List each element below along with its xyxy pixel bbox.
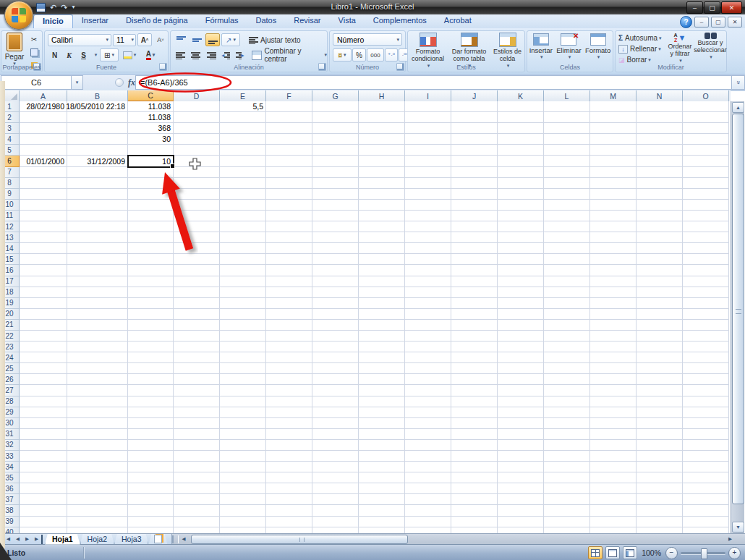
cell-G37[interactable] <box>312 494 359 505</box>
cell-J17[interactable] <box>451 276 498 287</box>
cell-A7[interactable] <box>20 167 67 178</box>
cell-A37[interactable] <box>20 494 67 505</box>
cell-E5[interactable] <box>220 145 266 156</box>
cell-H35[interactable] <box>359 472 405 483</box>
cell-E10[interactable] <box>220 200 266 211</box>
cell-M13[interactable] <box>590 232 637 243</box>
cell-F12[interactable] <box>266 221 312 232</box>
cell-I39[interactable] <box>405 517 451 527</box>
cell-F30[interactable] <box>266 418 312 429</box>
increase-decimal-button[interactable]: ⁺·⁰ <box>385 48 398 61</box>
cell-D40[interactable] <box>174 527 220 533</box>
cell-A2[interactable] <box>20 112 67 123</box>
cell-C3[interactable]: 368 <box>128 123 174 134</box>
insert-cells-button[interactable]: Insertar ▾ <box>529 33 553 59</box>
cell-M5[interactable] <box>590 145 637 156</box>
cell-J38[interactable] <box>451 505 498 516</box>
cell-B1[interactable]: 18/05/2010 22:18 <box>67 101 128 112</box>
cell-F32[interactable] <box>266 440 312 451</box>
cell-G36[interactable] <box>312 483 359 494</box>
cell-I1[interactable] <box>405 101 451 112</box>
cell-N20[interactable] <box>637 309 683 320</box>
cell-J26[interactable] <box>451 374 498 385</box>
column-header-K[interactable]: K <box>498 90 544 101</box>
cell-N19[interactable] <box>637 298 683 309</box>
cell-F34[interactable] <box>266 462 312 472</box>
cell-L35[interactable] <box>544 472 590 483</box>
cell-D2[interactable] <box>174 112 220 123</box>
cell-L12[interactable] <box>544 221 590 232</box>
cell-A39[interactable] <box>20 517 67 527</box>
cell-C35[interactable] <box>128 472 174 483</box>
cell-L39[interactable] <box>544 517 590 527</box>
ribbon-tab-revisar[interactable]: Revisar <box>285 14 329 28</box>
cell-J2[interactable] <box>451 112 498 123</box>
cell-K19[interactable] <box>498 298 544 309</box>
cell-I27[interactable] <box>405 385 451 396</box>
cell-K2[interactable] <box>498 112 544 123</box>
cell-G7[interactable] <box>312 167 359 178</box>
cell-I26[interactable] <box>405 374 451 385</box>
cell-O24[interactable] <box>683 352 729 363</box>
cell-M26[interactable] <box>590 374 637 385</box>
cell-I25[interactable] <box>405 363 451 374</box>
cell-B39[interactable] <box>67 517 128 527</box>
cell-H33[interactable] <box>359 451 405 462</box>
ribbon-tab-datos[interactable]: Datos <box>247 14 286 28</box>
cell-D30[interactable] <box>174 418 220 429</box>
cell-E27[interactable] <box>220 385 266 396</box>
cell-B11[interactable] <box>67 211 128 221</box>
cell-K25[interactable] <box>498 363 544 374</box>
cell-O29[interactable] <box>683 407 729 418</box>
cell-K31[interactable] <box>498 429 544 440</box>
cell-A16[interactable] <box>20 265 67 276</box>
cell-I29[interactable] <box>405 407 451 418</box>
cell-M10[interactable] <box>590 200 637 211</box>
cell-O31[interactable] <box>683 429 729 440</box>
cell-B35[interactable] <box>67 472 128 483</box>
cell-B29[interactable] <box>67 407 128 418</box>
cell-L18[interactable] <box>544 287 590 298</box>
cell-E11[interactable] <box>220 211 266 221</box>
cell-K15[interactable] <box>498 254 544 265</box>
percent-style-button[interactable]: % <box>352 48 366 61</box>
cell-C14[interactable] <box>128 243 174 254</box>
cell-M8[interactable] <box>590 178 637 189</box>
cell-E6[interactable] <box>220 156 266 166</box>
cell-D33[interactable] <box>174 451 220 462</box>
cell-G1[interactable] <box>312 101 359 112</box>
cell-C16[interactable] <box>128 265 174 276</box>
cell-J25[interactable] <box>451 363 498 374</box>
cell-J34[interactable] <box>451 462 498 472</box>
cell-G23[interactable] <box>312 341 359 352</box>
cell-J14[interactable] <box>451 243 498 254</box>
cell-D16[interactable] <box>174 265 220 276</box>
cell-H16[interactable] <box>359 265 405 276</box>
next-sheet-icon[interactable]: ▶ <box>22 535 32 544</box>
cell-N25[interactable] <box>637 363 683 374</box>
cell-F33[interactable] <box>266 451 312 462</box>
cell-I2[interactable] <box>405 112 451 123</box>
cell-K34[interactable] <box>498 462 544 472</box>
cell-F5[interactable] <box>266 145 312 156</box>
cell-L4[interactable] <box>544 134 590 145</box>
cell-G25[interactable] <box>312 363 359 374</box>
cell-N12[interactable] <box>637 221 683 232</box>
cell-M7[interactable] <box>590 167 637 178</box>
cell-C29[interactable] <box>128 407 174 418</box>
cell-D26[interactable] <box>174 374 220 385</box>
cell-E9[interactable] <box>220 189 266 200</box>
cell-B9[interactable] <box>67 189 128 200</box>
cell-C2[interactable]: 11.038 <box>128 112 174 123</box>
cell-C4[interactable]: 30 <box>128 134 174 145</box>
cell-N40[interactable] <box>637 527 683 533</box>
cell-O8[interactable] <box>683 178 729 189</box>
cell-G22[interactable] <box>312 331 359 341</box>
cell-B36[interactable] <box>67 483 128 494</box>
cell-B17[interactable] <box>67 276 128 287</box>
cell-J10[interactable] <box>451 200 498 211</box>
cell-J21[interactable] <box>451 320 498 331</box>
cell-J32[interactable] <box>451 440 498 451</box>
orientation-button[interactable]: ↗▾ <box>221 33 240 46</box>
cell-A12[interactable] <box>20 221 67 232</box>
